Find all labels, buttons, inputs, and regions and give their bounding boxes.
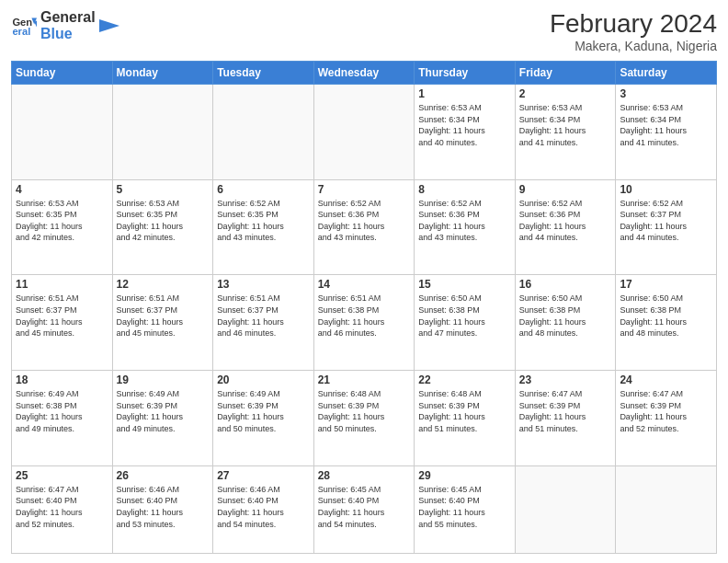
day-number: 5 (117, 183, 210, 196)
day-number: 14 (318, 278, 411, 291)
calendar-cell: 25Sunrise: 6:47 AM Sunset: 6:40 PM Dayli… (12, 465, 113, 553)
calendar-cell: 5Sunrise: 6:53 AM Sunset: 6:35 PM Daylig… (112, 179, 213, 275)
day-number: 19 (117, 373, 210, 386)
calendar-cell: 26Sunrise: 6:46 AM Sunset: 6:40 PM Dayli… (112, 465, 213, 553)
day-info: Sunrise: 6:47 AM Sunset: 6:39 PM Dayligh… (620, 388, 712, 434)
day-number: 27 (217, 469, 310, 482)
day-info: Sunrise: 6:47 AM Sunset: 6:40 PM Dayligh… (16, 484, 108, 530)
month-year-title: February 2024 (550, 9, 717, 39)
calendar-cell: 16Sunrise: 6:50 AM Sunset: 6:38 PM Dayli… (515, 275, 616, 371)
day-number: 10 (620, 183, 712, 196)
calendar-cell: 22Sunrise: 6:48 AM Sunset: 6:39 PM Dayli… (415, 371, 516, 466)
weekday-header-friday: Friday (515, 62, 616, 85)
day-number: 13 (217, 278, 310, 291)
day-number: 12 (117, 278, 210, 291)
day-number: 21 (318, 373, 411, 386)
calendar-cell (12, 85, 113, 180)
day-info: Sunrise: 6:52 AM Sunset: 6:35 PM Dayligh… (217, 198, 310, 244)
day-number: 16 (519, 278, 612, 291)
calendar-cell (213, 85, 314, 180)
day-number: 6 (217, 183, 310, 196)
calendar-cell: 12Sunrise: 6:51 AM Sunset: 6:37 PM Dayli… (112, 275, 213, 371)
logo-text-general: General (40, 9, 96, 26)
location-subtitle: Makera, Kaduna, Nigeria (550, 39, 717, 53)
calendar-cell: 29Sunrise: 6:45 AM Sunset: 6:40 PM Dayli… (415, 465, 516, 553)
calendar-table: SundayMondayTuesdayWednesdayThursdayFrid… (11, 61, 717, 554)
day-number: 18 (16, 373, 108, 386)
day-info: Sunrise: 6:49 AM Sunset: 6:39 PM Dayligh… (217, 388, 310, 434)
day-info: Sunrise: 6:45 AM Sunset: 6:40 PM Dayligh… (318, 484, 411, 530)
svg-text:eral: eral (12, 25, 30, 36)
day-info: Sunrise: 6:50 AM Sunset: 6:38 PM Dayligh… (519, 293, 612, 339)
calendar-cell: 19Sunrise: 6:49 AM Sunset: 6:39 PM Dayli… (112, 371, 213, 466)
day-number: 7 (318, 183, 411, 196)
day-number: 8 (418, 183, 511, 196)
header: Gen eral General Blue February 2024 Make… (11, 9, 717, 53)
day-info: Sunrise: 6:51 AM Sunset: 6:37 PM Dayligh… (217, 293, 310, 339)
day-info: Sunrise: 6:53 AM Sunset: 6:34 PM Dayligh… (519, 102, 612, 148)
day-info: Sunrise: 6:50 AM Sunset: 6:38 PM Dayligh… (620, 293, 712, 339)
weekday-header-sunday: Sunday (12, 62, 113, 85)
day-number: 22 (418, 373, 511, 386)
calendar-cell: 2Sunrise: 6:53 AM Sunset: 6:34 PM Daylig… (515, 85, 616, 180)
day-number: 20 (217, 373, 310, 386)
calendar-cell (515, 465, 616, 553)
calendar-cell: 15Sunrise: 6:50 AM Sunset: 6:38 PM Dayli… (415, 275, 516, 371)
day-info: Sunrise: 6:51 AM Sunset: 6:37 PM Dayligh… (117, 293, 210, 339)
calendar-cell: 11Sunrise: 6:51 AM Sunset: 6:37 PM Dayli… (12, 275, 113, 371)
logo: Gen eral General Blue (11, 9, 119, 41)
day-info: Sunrise: 6:47 AM Sunset: 6:39 PM Dayligh… (519, 388, 612, 434)
calendar-cell: 9Sunrise: 6:52 AM Sunset: 6:36 PM Daylig… (515, 179, 616, 275)
calendar-cell: 24Sunrise: 6:47 AM Sunset: 6:39 PM Dayli… (616, 371, 717, 466)
weekday-header-thursday: Thursday (415, 62, 516, 85)
weekday-header-wednesday: Wednesday (313, 62, 415, 85)
day-number: 24 (620, 373, 712, 386)
day-number: 28 (318, 469, 411, 482)
day-info: Sunrise: 6:48 AM Sunset: 6:39 PM Dayligh… (318, 388, 411, 434)
day-number: 25 (16, 469, 108, 482)
calendar-cell: 6Sunrise: 6:52 AM Sunset: 6:35 PM Daylig… (213, 179, 314, 275)
logo-icon: Gen eral (11, 13, 37, 39)
weekday-header-row: SundayMondayTuesdayWednesdayThursdayFrid… (12, 62, 717, 85)
calendar-week-row: 25Sunrise: 6:47 AM Sunset: 6:40 PM Dayli… (12, 465, 717, 553)
calendar-cell (313, 85, 415, 180)
calendar-cell: 14Sunrise: 6:51 AM Sunset: 6:38 PM Dayli… (313, 275, 415, 371)
day-number: 2 (519, 87, 612, 100)
day-info: Sunrise: 6:48 AM Sunset: 6:39 PM Dayligh… (418, 388, 511, 434)
day-info: Sunrise: 6:52 AM Sunset: 6:37 PM Dayligh… (620, 198, 712, 244)
day-number: 29 (418, 469, 511, 482)
calendar-cell: 28Sunrise: 6:45 AM Sunset: 6:40 PM Dayli… (313, 465, 415, 553)
calendar-cell: 27Sunrise: 6:46 AM Sunset: 6:40 PM Dayli… (213, 465, 314, 553)
calendar-cell: 10Sunrise: 6:52 AM Sunset: 6:37 PM Dayli… (616, 179, 717, 275)
day-number: 3 (620, 87, 712, 100)
day-info: Sunrise: 6:53 AM Sunset: 6:34 PM Dayligh… (418, 102, 511, 148)
calendar-cell (616, 465, 717, 553)
day-info: Sunrise: 6:50 AM Sunset: 6:38 PM Dayligh… (418, 293, 511, 339)
calendar-cell: 23Sunrise: 6:47 AM Sunset: 6:39 PM Dayli… (515, 371, 616, 466)
day-info: Sunrise: 6:53 AM Sunset: 6:35 PM Dayligh… (16, 198, 108, 244)
calendar-week-row: 11Sunrise: 6:51 AM Sunset: 6:37 PM Dayli… (12, 275, 717, 371)
day-info: Sunrise: 6:53 AM Sunset: 6:35 PM Dayligh… (117, 198, 210, 244)
day-info: Sunrise: 6:51 AM Sunset: 6:37 PM Dayligh… (16, 293, 108, 339)
day-info: Sunrise: 6:51 AM Sunset: 6:38 PM Dayligh… (318, 293, 411, 339)
calendar-cell: 18Sunrise: 6:49 AM Sunset: 6:38 PM Dayli… (12, 371, 113, 466)
day-info: Sunrise: 6:46 AM Sunset: 6:40 PM Dayligh… (117, 484, 210, 530)
calendar-cell: 3Sunrise: 6:53 AM Sunset: 6:34 PM Daylig… (616, 85, 717, 180)
svg-marker-4 (99, 19, 119, 32)
calendar-cell: 20Sunrise: 6:49 AM Sunset: 6:39 PM Dayli… (213, 371, 314, 466)
day-number: 4 (16, 183, 108, 196)
day-info: Sunrise: 6:53 AM Sunset: 6:34 PM Dayligh… (620, 102, 712, 148)
weekday-header-monday: Monday (112, 62, 213, 85)
day-number: 23 (519, 373, 612, 386)
calendar-week-row: 1Sunrise: 6:53 AM Sunset: 6:34 PM Daylig… (12, 85, 717, 180)
day-number: 26 (117, 469, 210, 482)
day-number: 11 (16, 278, 108, 291)
page: Gen eral General Blue February 2024 Make… (0, 0, 728, 563)
logo-arrow-icon (99, 16, 119, 36)
day-info: Sunrise: 6:46 AM Sunset: 6:40 PM Dayligh… (217, 484, 310, 530)
calendar-cell: 13Sunrise: 6:51 AM Sunset: 6:37 PM Dayli… (213, 275, 314, 371)
calendar-cell: 7Sunrise: 6:52 AM Sunset: 6:36 PM Daylig… (313, 179, 415, 275)
weekday-header-saturday: Saturday (616, 62, 717, 85)
day-info: Sunrise: 6:49 AM Sunset: 6:38 PM Dayligh… (16, 388, 108, 434)
calendar-week-row: 18Sunrise: 6:49 AM Sunset: 6:38 PM Dayli… (12, 371, 717, 466)
